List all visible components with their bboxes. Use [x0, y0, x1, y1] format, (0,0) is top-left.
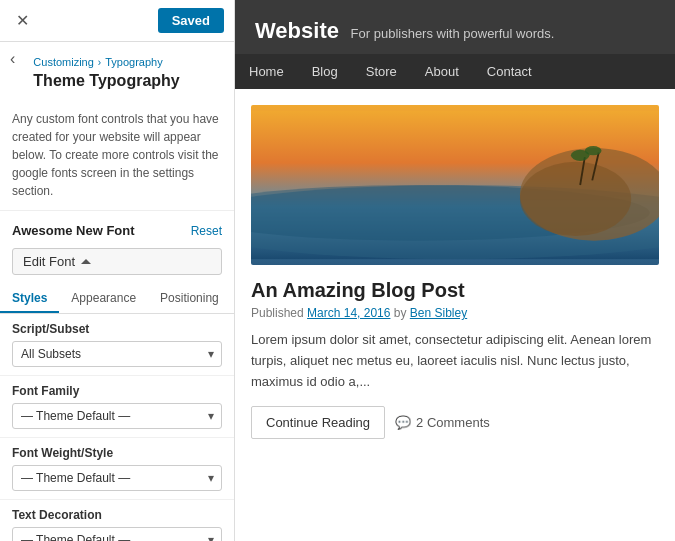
select-wrap-font-family: — Theme Default — Arial Georgia Verdana [12, 403, 222, 429]
svg-point-4 [520, 162, 631, 236]
edit-font-label: Edit Font [23, 254, 75, 269]
section-label: Awesome New Font Reset [0, 211, 234, 242]
breadcrumb-arrow: › [98, 57, 101, 68]
tab-positioning[interactable]: Positioning [148, 285, 231, 313]
tab-styles[interactable]: Styles [0, 285, 59, 313]
section-name: Awesome New Font [12, 223, 135, 238]
post-title: An Amazing Blog Post [251, 279, 659, 302]
field-label-font-family: Font Family [12, 384, 222, 398]
site-title: Website [255, 18, 339, 43]
arrow-up-icon [81, 259, 91, 264]
breadcrumb: Customizing › Typography [21, 48, 191, 70]
field-script-subset: Script/Subset All Subsets Latin Latin Ex… [0, 314, 234, 376]
comments-icon: 💬 [395, 415, 411, 430]
panel-description: Any custom font controls that you have c… [0, 100, 234, 211]
meta-by: by [394, 306, 410, 320]
select-wrap-font-weight: — Theme Default — Normal Bold Italic [12, 465, 222, 491]
nav-store[interactable]: Store [352, 54, 411, 89]
select-script[interactable]: All Subsets Latin Latin Extended Cyrilli… [12, 341, 222, 367]
select-wrap-script: All Subsets Latin Latin Extended Cyrilli… [12, 341, 222, 367]
nav-home[interactable]: Home [235, 54, 298, 89]
meta-date[interactable]: March 14, 2016 [307, 306, 390, 320]
breadcrumb-parent[interactable]: Customizing [33, 56, 94, 68]
back-button[interactable]: ‹ [6, 48, 21, 70]
comments-count: 2 Comments [416, 415, 490, 430]
reset-button[interactable]: Reset [191, 224, 222, 238]
post-actions: Continue Reading 💬 2 Comments [251, 406, 659, 439]
saved-button[interactable]: Saved [158, 8, 224, 33]
svg-point-8 [585, 146, 602, 155]
breadcrumb-current: Typography [105, 56, 162, 68]
select-font-weight[interactable]: — Theme Default — Normal Bold Italic [12, 465, 222, 491]
field-label-script: Script/Subset [12, 322, 222, 336]
field-label-font-weight: Font Weight/Style [12, 446, 222, 460]
field-font-family: Font Family — Theme Default — Arial Geor… [0, 376, 234, 438]
post-excerpt: Lorem ipsum dolor sit amet, consectetur … [251, 330, 659, 392]
panel-header: ✕ Saved [0, 0, 234, 42]
customizer-panel: ✕ Saved ‹ Customizing › Typography Theme… [0, 0, 235, 541]
post-meta: Published March 14, 2016 by Ben Sibley [251, 306, 659, 320]
breadcrumb-section: ‹ Customizing › Typography Theme Typogra… [0, 42, 234, 100]
select-wrap-text-decoration: — Theme Default — None Underline Line-th… [12, 527, 222, 541]
close-button[interactable]: ✕ [10, 9, 35, 32]
field-text-decoration: Text Decoration — Theme Default — None U… [0, 500, 234, 541]
field-label-text-decoration: Text Decoration [12, 508, 222, 522]
continue-reading-button[interactable]: Continue Reading [251, 406, 385, 439]
site-tagline: For publishers with powerful words. [351, 26, 555, 41]
nav-about[interactable]: About [411, 54, 473, 89]
tabs-row: Styles Appearance Positioning [0, 285, 234, 314]
meta-published: Published [251, 306, 304, 320]
select-text-decoration[interactable]: — Theme Default — None Underline Line-th… [12, 527, 222, 541]
content-area: An Amazing Blog Post Published March 14,… [235, 89, 675, 455]
site-header: Website For publishers with powerful wor… [235, 0, 675, 54]
panel-title: Theme Typography [21, 70, 191, 100]
nav-contact[interactable]: Contact [473, 54, 546, 89]
blog-post-image [251, 105, 659, 265]
field-font-weight: Font Weight/Style — Theme Default — Norm… [0, 438, 234, 500]
nav-blog[interactable]: Blog [298, 54, 352, 89]
select-font-family[interactable]: — Theme Default — Arial Georgia Verdana [12, 403, 222, 429]
site-nav: Home Blog Store About Contact [235, 54, 675, 89]
meta-author[interactable]: Ben Sibley [410, 306, 467, 320]
edit-font-button[interactable]: Edit Font [12, 248, 222, 275]
preview-panel: Website For publishers with powerful wor… [235, 0, 675, 541]
tab-appearance[interactable]: Appearance [59, 285, 148, 313]
comments-button[interactable]: 💬 2 Comments [395, 415, 490, 430]
